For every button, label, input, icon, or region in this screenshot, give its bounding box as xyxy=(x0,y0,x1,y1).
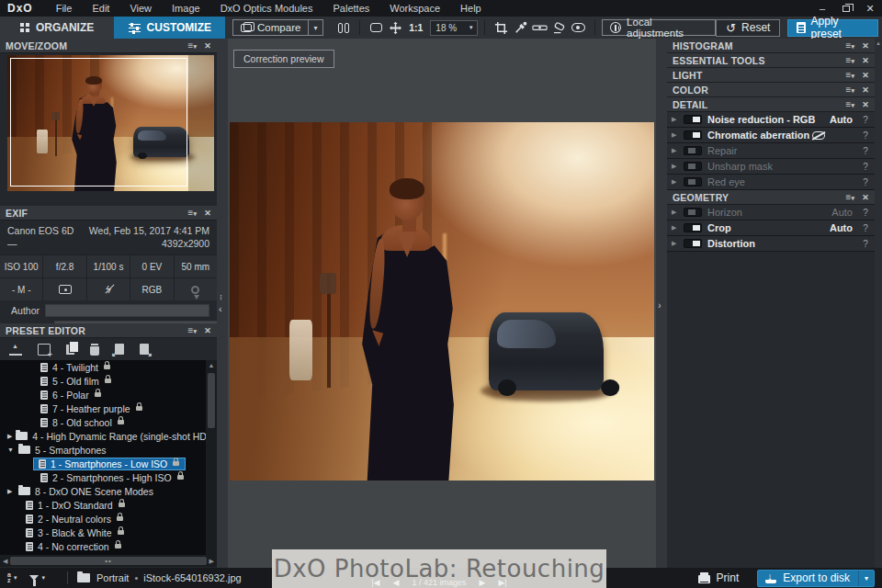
tool-row-horizon[interactable]: ▶ Horizon Auto ? xyxy=(667,205,875,220)
preset-item-selected[interactable]: 1 - Smartphones - Low ISO xyxy=(0,457,217,470)
toggle-off[interactable] xyxy=(684,162,702,171)
local-adjustments-button[interactable]: Local adjustments xyxy=(602,19,716,36)
help-icon[interactable]: ? xyxy=(862,223,869,233)
preset-folder[interactable]: ▶8 - DxO ONE Scene Modes xyxy=(0,484,217,498)
panel-menu-icon[interactable]: ≡▾ xyxy=(845,85,854,95)
preset-item[interactable]: 2 - Neutral colors xyxy=(0,512,217,526)
help-icon[interactable]: ? xyxy=(862,177,869,187)
panel-close-icon[interactable]: ✕ xyxy=(862,56,869,65)
expander-collapsed-icon[interactable]: ▶ xyxy=(7,433,16,440)
help-icon[interactable]: ? xyxy=(862,208,869,218)
preset-item[interactable]: 2 - Smartphones - High ISO xyxy=(0,470,217,484)
panel-close-icon[interactable]: ✕ xyxy=(862,85,869,95)
tab-customize[interactable]: CUSTOMIZE xyxy=(114,17,225,39)
preset-item[interactable]: 6 - Polar xyxy=(0,388,217,401)
apply-preset-button[interactable]: Apply preset xyxy=(787,19,878,37)
light-panel-header[interactable]: LIGHT ≡▾ ✕ xyxy=(667,68,875,83)
scrollbar-thumb[interactable] xyxy=(208,373,215,428)
movezoom-thumbnail[interactable] xyxy=(7,55,214,191)
preset-tree-scrollbar[interactable]: ▲ xyxy=(206,360,217,555)
preset-item[interactable]: 4 - Twilight xyxy=(0,360,217,374)
preset-folder[interactable]: ▶4 - High Dynamic Range (single-shot HDR… xyxy=(0,429,217,443)
preset-item[interactable]: 1 - DxO Standard xyxy=(0,498,217,512)
fit-screen-button[interactable] xyxy=(367,18,386,37)
previous-image-icon[interactable]: ◀ xyxy=(393,578,400,587)
essential-tools-panel-header[interactable]: ESSENTIAL TOOLS ≡▾ ✕ xyxy=(667,53,875,68)
panel-close-icon[interactable]: ✕ xyxy=(204,41,211,51)
expander-icon[interactable]: ▶ xyxy=(672,224,684,232)
left-panel-splitter[interactable]: ⁝ ‹ xyxy=(217,39,228,568)
panel-close-icon[interactable]: ✕ xyxy=(204,209,211,218)
panel-menu-icon[interactable]: ≡▾ xyxy=(187,40,197,51)
preset-folder[interactable]: ▼5 - Smartphones xyxy=(0,443,217,457)
panel-close-icon[interactable]: ✕ xyxy=(862,100,869,109)
reset-button[interactable]: ↺ Reset xyxy=(716,19,780,37)
menu-view[interactable]: View xyxy=(119,0,162,17)
tool-row-distortion[interactable]: ▶ Distortion ? xyxy=(667,236,875,252)
create-preset-from-image-button[interactable] xyxy=(38,344,51,356)
color-picker-button[interactable] xyxy=(511,18,530,37)
import-preset-button[interactable] xyxy=(115,344,124,355)
color-panel-header[interactable]: COLOR ≡▾ ✕ xyxy=(667,83,875,97)
split-view-button[interactable] xyxy=(334,18,353,37)
tool-row-chromatic-aberration[interactable]: ▶ Chromatic aberration ? xyxy=(667,128,875,143)
toggle-off[interactable] xyxy=(684,146,702,155)
exif-panel-header[interactable]: EXIF ≡▾ ✕ xyxy=(0,206,217,220)
geometry-panel-header[interactable]: GEOMETRY ≡▾ ✕ xyxy=(667,190,875,205)
print-button[interactable]: Print xyxy=(693,571,745,584)
panel-menu-icon[interactable]: ≡▾ xyxy=(187,208,197,218)
detail-panel-header[interactable]: DETAIL ≡▾ ✕ xyxy=(667,97,875,112)
export-to-disk-button[interactable]: Export to disk ▾ xyxy=(757,570,875,587)
right-panel-splitter[interactable]: › xyxy=(656,39,667,568)
create-preset-button[interactable] xyxy=(9,344,22,356)
horizon-tool-button[interactable] xyxy=(530,18,549,37)
compare-button[interactable]: Compare xyxy=(232,19,309,36)
help-icon[interactable]: ? xyxy=(862,146,869,156)
panel-menu-icon[interactable]: ≡▾ xyxy=(845,99,854,109)
expander-icon[interactable]: ▶ xyxy=(672,131,684,139)
scroll-up-icon[interactable]: ▲ xyxy=(875,39,882,48)
tool-row-crop[interactable]: ▶ Crop Auto ? xyxy=(667,220,875,236)
toggle-on[interactable] xyxy=(684,115,702,124)
scroll-left-icon[interactable]: ◀ xyxy=(0,558,10,565)
expander-icon[interactable]: ▶ xyxy=(672,178,684,186)
zoom-1to1-button[interactable]: 1:1 xyxy=(409,22,423,33)
export-dropdown[interactable]: ▾ xyxy=(858,571,874,586)
preset-item[interactable]: 5 - Old film xyxy=(0,374,217,388)
toggle-on[interactable] xyxy=(684,130,702,140)
duplicate-preset-button[interactable] xyxy=(66,345,74,355)
tool-row-unsharp-mask[interactable]: ▶ Unsharp mask ? xyxy=(667,159,875,175)
preset-item[interactable]: 7 - Heather purple xyxy=(0,401,217,415)
tool-row-red-eye[interactable]: ▶ Red eye ? xyxy=(667,175,875,190)
crop-tool-button[interactable] xyxy=(492,18,511,37)
preset-item[interactable]: 8 - Old school xyxy=(0,415,217,429)
panel-menu-icon[interactable]: ≡▾ xyxy=(187,325,197,335)
author-field[interactable] xyxy=(45,304,209,317)
current-folder-name[interactable]: Portrait xyxy=(96,572,129,583)
tab-organize[interactable]: ORGANIZE xyxy=(0,17,114,39)
collapse-left-panel-icon[interactable]: ‹ xyxy=(219,303,222,314)
panel-menu-icon[interactable]: ≡▾ xyxy=(845,70,854,80)
expander-icon[interactable]: ▶ xyxy=(672,116,684,123)
histogram-panel-header[interactable]: HISTOGRAM ≡▾ ✕ xyxy=(667,39,875,53)
next-image-icon[interactable]: ▶ xyxy=(480,578,486,587)
menu-dxo-optics-modules[interactable]: DxO Optics Modules xyxy=(210,0,323,17)
collapse-right-panel-icon[interactable]: › xyxy=(658,300,662,311)
expander-icon[interactable]: ▶ xyxy=(672,163,684,170)
toggle-on[interactable] xyxy=(684,223,702,232)
menu-help[interactable]: Help xyxy=(450,0,492,17)
tool-row-noise-reduction[interactable]: ▶ Noise reduction - RGB Auto ? xyxy=(667,112,875,128)
export-preset-button[interactable] xyxy=(140,344,149,355)
scroll-right-icon[interactable]: ▶ xyxy=(207,558,217,565)
toggle-off[interactable] xyxy=(684,177,702,187)
repair-tool-button[interactable] xyxy=(549,18,569,37)
eye-off-icon[interactable] xyxy=(812,131,825,140)
panel-close-icon[interactable]: ✕ xyxy=(204,326,211,335)
panel-menu-icon[interactable]: ≡▾ xyxy=(845,192,854,202)
menu-palettes[interactable]: Palettes xyxy=(323,0,380,17)
first-image-icon[interactable]: |◀ xyxy=(371,578,379,587)
pan-tool-button[interactable] xyxy=(386,18,405,37)
panel-close-icon[interactable]: ✕ xyxy=(862,71,869,80)
viewport-rectangle[interactable] xyxy=(10,58,187,187)
help-icon[interactable]: ? xyxy=(862,162,869,172)
